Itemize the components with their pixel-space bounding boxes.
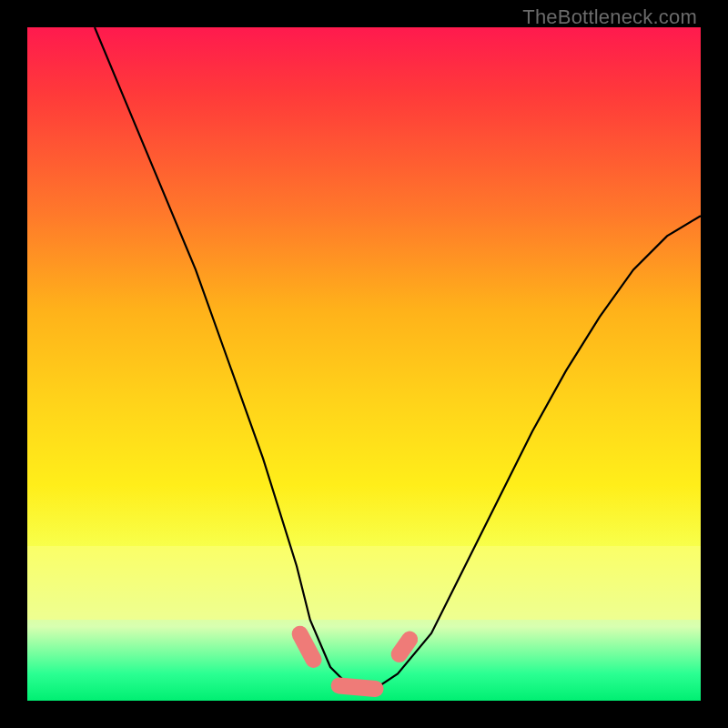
bottleneck-curve (95, 27, 701, 687)
marker-left-shoulder (288, 623, 324, 672)
markers-group (288, 623, 420, 698)
curve-layer (27, 27, 701, 701)
marker-valley-floor (330, 677, 384, 698)
chart-frame: TheBottleneck.com (0, 0, 728, 728)
plot-area (27, 27, 701, 701)
watermark-text: TheBottleneck.com (522, 5, 697, 29)
marker-right-shoulder (388, 628, 421, 665)
